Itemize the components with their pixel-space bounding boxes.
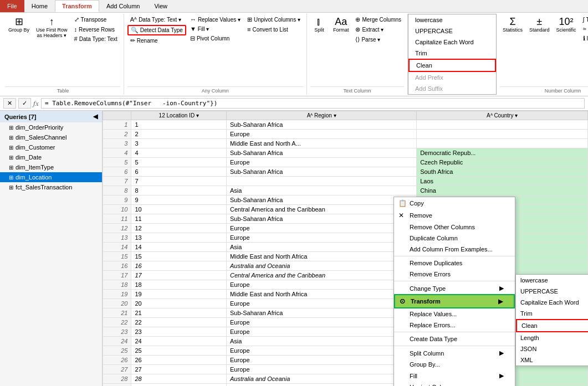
data-type-button[interactable]: Aᴬ Data Type: Text ▾ — [127, 15, 186, 24]
extract-button[interactable]: ⊗ Extract ▾ — [352, 25, 404, 34]
format-button[interactable]: Aa Format — [330, 15, 352, 34]
split-button[interactable]: ⫿ Split — [310, 15, 328, 34]
cell-region-16: Australia and Oceania — [227, 261, 417, 271]
transform-length[interactable]: Length — [516, 332, 588, 343]
ctx-fill[interactable]: Fill — [394, 370, 515, 382]
transpose-button[interactable]: ⤢ Transpose — [71, 15, 120, 24]
col-header-region[interactable]: Aᴬ Region ▾ — [227, 111, 417, 120]
transform-uppercase[interactable]: UPPERCASE — [516, 286, 588, 297]
row-num-23: 23 — [103, 327, 131, 337]
ctx-group-by[interactable]: Group By... — [394, 359, 515, 370]
sidebar-item-dim-saleschannel[interactable]: ⊞ dim_SalesChannel — [0, 132, 102, 142]
cell-region-14: Asia — [227, 243, 417, 252]
parse-button[interactable]: ⟨⟩ Parse ▾ — [352, 35, 404, 44]
tab-file[interactable]: File — [0, 0, 24, 12]
sidebar-item-dim-date[interactable]: ⊞ dim_Date — [0, 152, 102, 162]
scientific-label: Scientific — [556, 27, 576, 33]
tab-home[interactable]: Home — [24, 0, 55, 12]
data-area[interactable]: 12 Location ID ▾ Aᴬ Region ▾ Aᴬ Country … — [103, 111, 588, 386]
extract-icon: ⊗ — [355, 26, 360, 33]
sidebar-item-dim-location[interactable]: ⊞ dim_Location — [0, 172, 102, 182]
row-num-22: 22 — [103, 318, 131, 327]
cell-locid-16: 16 — [131, 261, 227, 271]
use-first-row-button[interactable]: ↑ Use First Rowas Headers ▾ — [33, 15, 70, 40]
row-num-21: 21 — [103, 308, 131, 318]
standard-label: Standard — [529, 27, 550, 33]
row-num-4: 4 — [103, 148, 131, 158]
transform-json[interactable]: JSON — [516, 343, 588, 354]
row-num-15: 15 — [103, 252, 131, 261]
fill-button[interactable]: ▼ Fill ▾ — [187, 24, 243, 33]
ctx-remove-other[interactable]: Remove Other Columns — [394, 222, 515, 233]
count-rows-button[interactable]: # Data Type: Text — [71, 34, 120, 43]
table-icon-3: ⊞ — [9, 145, 13, 151]
ctx-replace-errors[interactable]: Replace Errors... — [394, 320, 515, 331]
information-button[interactable]: ℹ Information ▾ — [580, 34, 588, 43]
ctx-remove[interactable]: ✕ Remove — [394, 209, 515, 222]
col-header-location-id[interactable]: 12 Location ID ▾ — [131, 111, 227, 120]
extract-label: Extract ▾ — [362, 27, 384, 33]
group-by-button[interactable]: ⊞ Group By — [6, 15, 32, 34]
ctx-change-type[interactable]: Change Type — [394, 282, 515, 294]
dropdown-lowercase[interactable]: lowercase — [408, 14, 496, 25]
unpivot-button[interactable]: ⊞ Unpivot Columns ▾ — [244, 15, 303, 24]
sidebar-item-dim-orderpriority[interactable]: ⊞ dim_OrderPriority — [0, 122, 102, 132]
col-header-country[interactable]: Aᴬ Country ▾ — [417, 111, 588, 120]
ctx-duplicate[interactable]: Duplicate Column — [394, 233, 515, 244]
cell-country-1 — [417, 120, 588, 130]
formula-confirm-button[interactable]: ✓ — [18, 98, 31, 109]
detect-data-type-button[interactable]: 🔍 Detect Data Type — [127, 25, 186, 35]
convert-list-button[interactable]: ≡ Convert to List — [244, 25, 303, 34]
tab-transform[interactable]: Transform — [55, 0, 99, 12]
merge-columns-button[interactable]: ⊕ Merge Columns — [352, 15, 404, 24]
dropdown-clean[interactable]: Clean — [408, 59, 496, 72]
ctx-add-from-examples[interactable]: Add Column From Examples... — [394, 244, 515, 255]
pivot-column-button[interactable]: ⊟ Pivot Column — [187, 34, 243, 43]
cell-country-5: Czech Republic — [417, 158, 588, 167]
transform-lowercase[interactable]: lowercase — [516, 275, 588, 286]
dropdown-uppercase[interactable]: UPPERCASE — [408, 25, 496, 37]
transform-clean[interactable]: Clean — [516, 319, 588, 332]
dropdown-trim[interactable]: Trim — [408, 48, 496, 59]
transform-xml[interactable]: XML — [516, 354, 588, 366]
standard-button[interactable]: ± Standard — [526, 15, 553, 34]
tab-add-column[interactable]: Add Column — [99, 0, 147, 12]
rename-button[interactable]: ✏ Rename — [127, 36, 186, 45]
sidebar-item-dim-itemtype[interactable]: ⊞ dim_ItemType — [0, 162, 102, 172]
replace-values-button[interactable]: ↔ Replace Values ▾ — [187, 15, 243, 24]
ctx-copy[interactable]: 📋 Copy — [394, 197, 515, 209]
use-first-row-icon: ↑ — [49, 17, 54, 27]
cell-region-15: Middle East and North Africa — [227, 252, 417, 261]
rounding-button[interactable]: ≈ Rounding ▾ — [580, 24, 588, 33]
cell-country-8: China — [417, 186, 588, 195]
ctx-replace-values[interactable]: Replace Values... — [394, 308, 515, 320]
row-num-28: 28 — [103, 374, 131, 384]
formula-fx-label: 𝑓𝑥 — [33, 99, 39, 108]
ctx-remove-other-label: Remove Other Columns — [410, 224, 475, 230]
ctx-remove-errors[interactable]: Remove Errors — [394, 269, 515, 280]
ctx-remove-dup[interactable]: Remove Duplicates — [394, 258, 515, 269]
statistics-button[interactable]: Σ Statistics — [500, 15, 525, 34]
ctx-create-data-type[interactable]: Create Data Type — [394, 333, 515, 344]
ctx-split-column[interactable]: Split Column — [394, 347, 515, 359]
sidebar-item-dim-customer[interactable]: ⊞ dim_Customer — [0, 142, 102, 152]
ctx-transform[interactable]: ⊙ Transform — [394, 294, 515, 308]
ctx-copy-label: Copy — [410, 200, 424, 207]
transform-trim[interactable]: Trim — [516, 308, 588, 319]
sidebar-item-fct-salestransaction[interactable]: ⊞ fct_SalesTransaction — [0, 182, 102, 192]
reverse-rows-button[interactable]: ↕ Reverse Rows — [71, 25, 120, 34]
transform-capitalize[interactable]: Capitalize Each Word — [516, 297, 588, 308]
transform-xml-label: XML — [520, 357, 533, 363]
dropdown-capitalize[interactable]: Capitalize Each Word — [408, 37, 496, 48]
trig-button[interactable]: ∫ Trigonometry ▾ — [580, 15, 588, 24]
sidebar-collapse-icon[interactable]: ◀ — [93, 113, 98, 120]
ctx-unpivot[interactable]: Unpivot Columns — [394, 382, 515, 386]
sidebar-label-1: dim_OrderPriority — [16, 124, 63, 131]
sidebar-label-3: dim_Customer — [16, 144, 55, 151]
ctx-fill-label: Fill — [410, 373, 417, 379]
ribbon-group-any-content: Aᴬ Data Type: Text ▾ 🔍 Detect Data Type … — [127, 15, 303, 86]
scientific-button[interactable]: 10² Scientific — [554, 15, 579, 34]
formula-input[interactable] — [41, 98, 585, 109]
tab-view[interactable]: View — [147, 0, 175, 12]
formula-cancel-button[interactable]: ✕ — [3, 98, 16, 109]
